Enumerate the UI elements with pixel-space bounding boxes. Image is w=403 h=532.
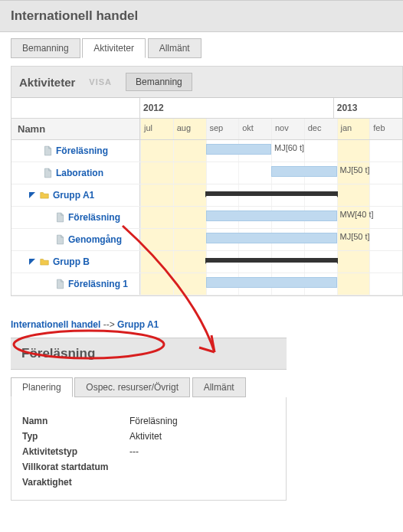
activity-bar[interactable]: [206, 211, 337, 221]
timeline-cell: [173, 162, 206, 184]
document-icon: [54, 279, 65, 289]
timeline-cell: [140, 229, 173, 250]
timeline-cell: [369, 207, 402, 228]
table-row: Grupp B: [11, 251, 402, 273]
tab-detail-allmant[interactable]: Allmänt: [192, 377, 246, 397]
bar-label: MW[40 t]: [340, 210, 374, 219]
timeline-cell: [140, 162, 173, 184]
timeline-cell: [369, 184, 402, 206]
row-timeline: MJ[60 t]: [140, 140, 402, 162]
timeline-cell: [304, 140, 337, 162]
year-header-row: 2012 2013: [11, 98, 402, 119]
detail-panel: Föreläsning Planering Ospec. resurser/Öv…: [11, 338, 403, 501]
row-link-forel2[interactable]: Föreläsning: [68, 212, 120, 223]
breadcrumb-item-group[interactable]: Grupp A1: [117, 319, 159, 330]
timeline-cell: [173, 229, 206, 250]
group-bar[interactable]: [206, 191, 337, 196]
activities-titlebar: Aktiviteter VISA Bemanning: [11, 67, 402, 98]
folder-icon: [39, 190, 50, 201]
tab-planering[interactable]: Planering: [11, 377, 73, 397]
timeline-cell: [140, 207, 173, 228]
row-link-gruppB[interactable]: Grupp B: [53, 256, 90, 267]
table-row: LaborationMJ[50 t]: [11, 162, 402, 184]
timeline-cell: [140, 273, 173, 295]
tab-bemanning[interactable]: Bemanning: [11, 38, 80, 58]
detail-field-label: Typ: [22, 431, 129, 442]
row-name-cell: Grupp A1: [11, 184, 140, 206]
breadcrumb: Internationell handel --> Grupp A1: [11, 319, 403, 330]
timeline-cell: [337, 273, 370, 295]
row-timeline: MJ[50 t]: [140, 162, 402, 184]
detail-field-label: Villkorat startdatum: [22, 462, 129, 472]
group-bar[interactable]: [206, 258, 337, 263]
expand-triangle-icon[interactable]: [28, 258, 36, 266]
timeline-cell: [173, 184, 206, 206]
page-header-bar: Internationell handel: [0, 0, 403, 32]
detail-field: TypAktivitet: [22, 431, 275, 442]
bar-label: MJ[60 t]: [274, 143, 304, 152]
tab-allmant[interactable]: Allmänt: [148, 38, 202, 58]
activity-bar[interactable]: [271, 166, 337, 177]
document-icon: [54, 212, 65, 223]
table-row: FöreläsningMW[40 t]: [11, 207, 402, 229]
timeline-cell: [173, 273, 206, 295]
document-icon: [54, 234, 65, 245]
expand-triangle-icon[interactable]: [28, 191, 36, 199]
bemanning-button[interactable]: Bemanning: [126, 73, 192, 91]
row-name-cell: Föreläsning: [11, 140, 140, 162]
table-row: GenomgångMJ[50 t]: [11, 229, 402, 251]
year-2012: 2012: [140, 98, 333, 118]
row-link-forel3[interactable]: Föreläsning 1: [68, 279, 128, 289]
row-link-lab[interactable]: Laboration: [56, 168, 103, 178]
table-row: Grupp A1: [11, 184, 402, 207]
row-link-genom[interactable]: Genomgång: [68, 234, 122, 245]
row-name-cell: Laboration: [11, 162, 140, 184]
detail-tabstrip: Planering Ospec. resurser/Övrigt Allmänt: [11, 377, 403, 397]
detail-field: Varaktighet: [22, 477, 275, 488]
timeline-cell: [173, 207, 206, 228]
row-name-cell: Föreläsning 1: [11, 273, 140, 295]
row-name-cell: Genomgång: [11, 229, 140, 250]
detail-field-label: Aktivitetstyp: [22, 446, 129, 457]
year-header-name-spacer: [11, 98, 140, 118]
detail-body: NamnFöreläsningTypAktivitetAktivitetstyp…: [11, 397, 287, 501]
activity-bar[interactable]: [206, 144, 272, 155]
timeline-cell: [337, 251, 370, 273]
row-link-gruppA1[interactable]: Grupp A1: [53, 190, 94, 201]
timeline-cell: [173, 251, 206, 273]
row-name-cell: Grupp B: [11, 251, 140, 273]
row-timeline: MJ[50 t]: [140, 229, 402, 250]
row-timeline: [140, 273, 402, 295]
row-timeline: MW[40 t]: [140, 207, 402, 228]
month-sep: sep: [206, 119, 239, 139]
tab-aktiviteter[interactable]: Aktiviteter: [82, 38, 146, 58]
name-column-header: Namn: [11, 119, 140, 139]
month-dec: dec: [304, 119, 337, 139]
tab-ospec[interactable]: Ospec. resurser/Övrigt: [74, 377, 190, 397]
breadcrumb-item-course[interactable]: Internationell handel: [11, 319, 100, 330]
month-nov: nov: [271, 119, 304, 139]
activity-bar[interactable]: [206, 233, 337, 243]
folder-icon: [39, 256, 50, 267]
document-icon: [42, 145, 53, 156]
month-jul: jul: [140, 119, 173, 139]
timeline-cell: [206, 162, 239, 184]
detail-field: Aktivitetstyp---: [22, 446, 275, 457]
table-row: Föreläsning 1: [11, 273, 402, 295]
detail-field: NamnFöreläsning: [22, 416, 275, 426]
timeline-cell: [337, 184, 370, 206]
activity-bar[interactable]: [206, 277, 337, 288]
month-jan: jan: [337, 119, 370, 139]
bar-label: MJ[50 t]: [340, 165, 370, 175]
timeline-cell: [369, 229, 402, 250]
row-name-cell: Föreläsning: [11, 207, 140, 228]
timeline-cell: [140, 184, 173, 206]
month-header-row: Namn jul aug sep okt nov dec jan feb: [11, 119, 402, 140]
timeline-cell: [369, 273, 402, 295]
year-2013: 2013: [333, 98, 402, 118]
detail-field: Villkorat startdatum: [22, 462, 275, 472]
timeline-cell: [140, 251, 173, 273]
row-link-forel1[interactable]: Föreläsning: [56, 145, 108, 156]
table-row: FöreläsningMJ[60 t]: [11, 140, 402, 162]
month-okt: okt: [238, 119, 271, 139]
